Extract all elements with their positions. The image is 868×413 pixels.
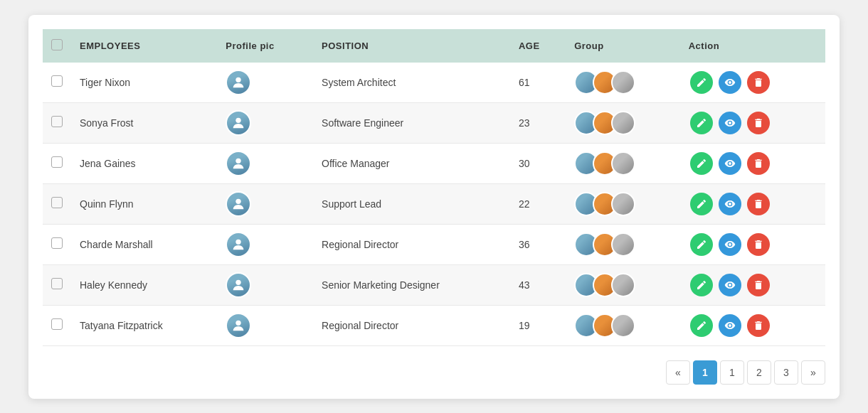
group-cell xyxy=(566,63,679,103)
view-button[interactable] xyxy=(719,274,741,296)
employee-name: Tatyana Fitzpatrick xyxy=(71,305,217,345)
action-buttons xyxy=(689,274,817,296)
delete-button[interactable] xyxy=(747,274,770,296)
group-avatars xyxy=(574,313,671,338)
table-row: Tiger Nixon System Architect61 xyxy=(43,63,825,103)
view-button[interactable] xyxy=(719,152,741,175)
profile-pic-cell xyxy=(217,102,313,143)
group-avatars xyxy=(574,273,671,297)
table-row: Haley Kennedy Senior Marketing Designer4… xyxy=(43,264,825,305)
row-checkbox[interactable] xyxy=(51,197,63,208)
employee-position: Office Manager xyxy=(313,143,510,183)
employee-position: Software Engineer xyxy=(313,102,510,143)
profile-avatar xyxy=(226,272,251,298)
action-cell xyxy=(680,183,825,224)
page-current-button[interactable]: 1 xyxy=(693,360,717,385)
group-avatar-3 xyxy=(611,192,635,216)
page-2-button[interactable]: 2 xyxy=(747,360,771,385)
delete-button[interactable] xyxy=(747,112,770,134)
row-checkbox[interactable] xyxy=(51,75,63,87)
employee-age: 36 xyxy=(510,224,566,264)
edit-button[interactable] xyxy=(690,152,713,175)
employee-age: 30 xyxy=(510,143,566,183)
delete-button[interactable] xyxy=(747,314,770,337)
edit-button[interactable] xyxy=(690,193,713,215)
row-checkbox[interactable] xyxy=(51,278,63,289)
view-button[interactable] xyxy=(719,314,741,337)
view-button[interactable] xyxy=(719,112,741,134)
header-profile-pic: Profile pic xyxy=(217,29,313,63)
svg-point-6 xyxy=(236,320,241,325)
svg-point-5 xyxy=(236,279,241,284)
page-next-button[interactable]: » xyxy=(801,360,825,385)
row-checkbox-cell xyxy=(43,143,71,183)
main-container: EMPLOYEES Profile pic POSITION AGE Group… xyxy=(28,15,840,399)
page-prev-button[interactable]: « xyxy=(666,360,690,385)
delete-button[interactable] xyxy=(747,152,770,175)
action-buttons xyxy=(689,314,817,337)
delete-button[interactable] xyxy=(747,71,770,94)
page-3-button[interactable]: 3 xyxy=(774,360,798,385)
action-buttons xyxy=(689,233,817,256)
select-all-checkbox[interactable] xyxy=(51,39,63,50)
page-1-button[interactable]: 1 xyxy=(720,360,744,385)
row-checkbox-cell xyxy=(43,224,71,264)
group-avatar-3 xyxy=(611,313,635,338)
employee-position: Senior Marketing Designer xyxy=(313,264,510,305)
group-avatar-3 xyxy=(611,273,635,297)
action-cell xyxy=(680,224,825,264)
group-avatars xyxy=(574,232,671,257)
group-avatar-3 xyxy=(611,151,635,176)
row-checkbox[interactable] xyxy=(51,156,63,168)
edit-button[interactable] xyxy=(690,112,713,134)
profile-avatar xyxy=(226,110,251,136)
table-row: Tatyana Fitzpatrick Regional Director19 xyxy=(43,305,825,345)
group-avatar-3 xyxy=(611,70,635,95)
group-avatar-3 xyxy=(611,232,635,257)
employee-position: Regional Director xyxy=(313,224,510,264)
profile-pic-cell xyxy=(217,264,313,305)
employee-age: 19 xyxy=(510,305,566,345)
row-checkbox-cell xyxy=(43,183,71,224)
edit-button[interactable] xyxy=(690,71,713,94)
employee-name: Tiger Nixon xyxy=(71,63,217,103)
profile-pic-cell xyxy=(217,143,313,183)
pagination: « 1 1 2 3 » xyxy=(43,360,825,385)
employee-name: Jena Gaines xyxy=(71,143,217,183)
header-employees: EMPLOYEES xyxy=(71,29,217,63)
profile-avatar xyxy=(226,191,251,217)
row-checkbox[interactable] xyxy=(51,318,63,330)
employee-position: System Architect xyxy=(313,63,510,103)
row-checkbox-cell xyxy=(43,63,71,103)
row-checkbox[interactable] xyxy=(51,116,63,127)
table-row: Jena Gaines Office Manager30 xyxy=(43,143,825,183)
employee-position: Support Lead xyxy=(313,183,510,224)
group-cell xyxy=(566,183,679,224)
action-buttons xyxy=(689,193,817,215)
edit-button[interactable] xyxy=(690,314,713,337)
delete-button[interactable] xyxy=(747,193,770,215)
profile-pic-cell xyxy=(217,224,313,264)
svg-point-3 xyxy=(236,198,241,203)
profile-avatar xyxy=(226,70,251,95)
edit-button[interactable] xyxy=(690,274,713,296)
delete-button[interactable] xyxy=(747,233,770,256)
group-avatars xyxy=(574,151,671,176)
profile-avatar xyxy=(226,313,251,338)
group-avatars xyxy=(574,70,671,95)
employee-name: Quinn Flynn xyxy=(71,183,217,224)
employee-name: Charde Marshall xyxy=(71,224,217,264)
edit-button[interactable] xyxy=(690,233,713,256)
action-buttons xyxy=(689,71,817,94)
header-group: Group xyxy=(566,29,679,63)
view-button[interactable] xyxy=(719,233,741,256)
group-cell xyxy=(566,143,679,183)
view-button[interactable] xyxy=(719,193,741,215)
row-checkbox[interactable] xyxy=(51,237,63,249)
employee-name: Haley Kennedy xyxy=(71,264,217,305)
view-button[interactable] xyxy=(719,71,741,94)
group-avatars xyxy=(574,111,671,135)
action-cell xyxy=(680,305,825,345)
employee-age: 22 xyxy=(510,183,566,224)
action-cell xyxy=(680,143,825,183)
